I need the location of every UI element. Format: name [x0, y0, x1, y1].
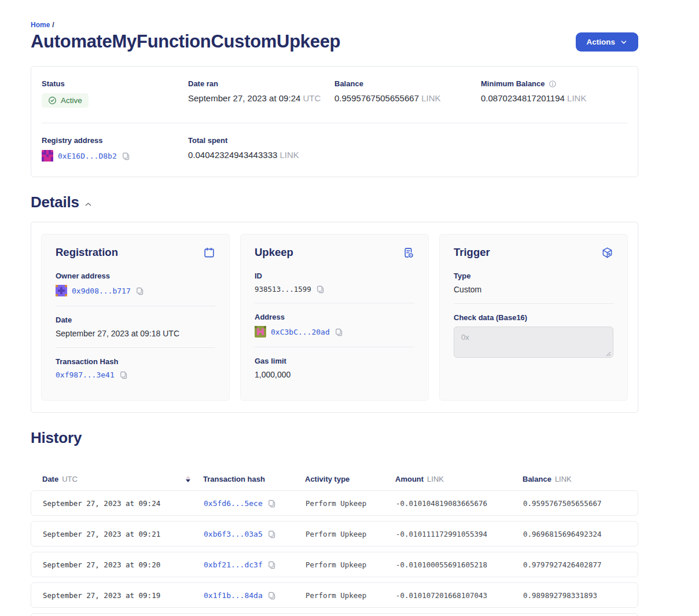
status-field: Status Active — [42, 79, 188, 108]
gas-limit-label: Gas limit — [255, 357, 414, 365]
details-heading-text: Details — [31, 193, 79, 211]
registration-tx-label: Transaction Hash — [56, 357, 215, 366]
upkeep-detail-page: Home/ AutomateMyFunctionCustomUpkeep Act… — [0, 0, 699, 616]
upkeep-address-link[interactable]: 0xC3bC...20ad — [271, 328, 330, 336]
upkeep-title: Upkeep — [255, 246, 293, 259]
date-ran-value: September 27, 2023 at 09:24 — [188, 93, 300, 103]
copy-icon[interactable] — [316, 285, 325, 294]
total-spent-label: Total spent — [188, 136, 334, 145]
check-data-field: Check data (Base16) — [454, 310, 613, 368]
upkeep-address-field: Address 0xC3bC...20ad — [255, 309, 414, 346]
registration-tx-field: Transaction Hash 0xf987...3e41 — [56, 354, 215, 387]
row-activity: Perform Upkeep — [306, 499, 396, 508]
upkeep-id-label: ID — [255, 272, 414, 280]
row-date: September 27, 2023 at 09:20 — [43, 560, 204, 569]
page-header: AutomateMyFunctionCustomUpkeep Actions — [31, 31, 638, 52]
trigger-type-label: Type — [454, 272, 613, 280]
registration-date-value: September 27, 2023 at 09:18 UTC — [56, 329, 215, 338]
chevron-up-icon[interactable] — [85, 202, 91, 207]
registry-identicon — [42, 150, 53, 162]
table-row: September 27, 2023 at 09:19 0x1f1b...84d… — [31, 582, 638, 608]
table-row: September 27, 2023 at 09:21 0xb6f3...03a… — [31, 521, 638, 547]
balance-unit: LINK — [421, 93, 440, 103]
card-divider — [454, 303, 613, 304]
row-balance: 0.9797927426402877 — [523, 560, 626, 569]
copy-icon[interactable] — [267, 560, 276, 569]
status-value: Active — [61, 96, 82, 105]
registration-date-field: Date September 27, 2023 at 09:18 UTC — [56, 312, 215, 346]
copy-icon[interactable] — [334, 328, 343, 336]
owner-address-field: Owner address 0x9d08...b717 — [56, 268, 215, 305]
gas-limit-value: 1,000,000 — [255, 370, 414, 379]
row-date: September 27, 2023 at 09:21 — [43, 530, 204, 538]
row-tx-link[interactable]: 0x1f1b...84da — [204, 591, 263, 600]
status-badge: Active — [42, 93, 89, 108]
card-divider — [56, 306, 215, 306]
status-label: Status — [42, 79, 188, 88]
row-amount: -0.010111172991055394 — [396, 530, 523, 538]
breadcrumb-home-link[interactable]: Home — [31, 21, 50, 29]
page-title: AutomateMyFunctionCustomUpkeep — [31, 31, 340, 52]
breadcrumb: Home/ — [31, 21, 638, 29]
row-activity: Perform Upkeep — [306, 560, 396, 569]
copy-icon[interactable] — [122, 152, 130, 160]
copy-icon[interactable] — [267, 499, 276, 508]
actions-button-label: Actions — [586, 38, 615, 46]
row-amount: -0.010104819083665676 — [396, 499, 523, 508]
upkeep-id-field: ID 938513...1599 — [255, 268, 414, 302]
column-header-amount: Amount LINK — [395, 475, 523, 483]
min-balance-value: 0.0870234817201194 — [481, 93, 565, 103]
total-spent-value: 0.04042324943443333 — [188, 150, 277, 160]
min-balance-unit: LINK — [567, 93, 586, 103]
row-date: September 27, 2023 at 09:19 — [43, 591, 204, 600]
actions-button[interactable]: Actions — [576, 32, 638, 52]
copy-icon[interactable] — [119, 371, 128, 379]
details-panel: Registration Owner address 0x9d08...b717 — [31, 222, 638, 413]
column-header-balance: Balance LINK — [523, 475, 627, 483]
breadcrumb-separator: / — [52, 21, 54, 29]
total-spent-field: Total spent 0.04042324943443333 LINK — [188, 136, 334, 162]
owner-identicon — [56, 285, 67, 296]
copy-icon[interactable] — [135, 287, 144, 295]
total-spent-unit: LINK — [280, 150, 299, 160]
row-date: September 27, 2023 at 09:24 — [43, 499, 204, 508]
summary-card: Status Active Date ran September 27, 202… — [31, 66, 638, 177]
registration-card: Registration Owner address 0x9d08...b717 — [41, 234, 230, 401]
trigger-card: Trigger Type Custom Check data (Base16) — [439, 234, 628, 401]
date-ran-unit: UTC — [303, 93, 321, 103]
check-data-input[interactable] — [454, 327, 613, 358]
history-table: Date UTC Transaction hash Activity type … — [31, 467, 638, 616]
min-balance-label: Minimum Balance — [481, 79, 545, 88]
column-header-date[interactable]: Date UTC — [42, 475, 203, 483]
trigger-type-value: Custom — [454, 285, 613, 294]
date-ran-field: Date ran September 27, 2023 at 09:24 UTC — [188, 79, 334, 108]
balance-value: 0.9595767505655667 — [334, 93, 419, 103]
table-row: September 27, 2023 at 09:24 0x5fd6...5ec… — [31, 490, 638, 516]
sort-arrows-icon[interactable] — [186, 476, 190, 482]
history-heading: History — [31, 429, 638, 447]
copy-icon[interactable] — [267, 591, 276, 600]
card-divider — [255, 347, 414, 347]
chevron-down-icon — [620, 38, 628, 46]
registry-address-link[interactable]: 0xE16D...D8b2 — [58, 152, 117, 160]
trigger-title: Trigger — [454, 246, 490, 259]
row-tx-link[interactable]: 0xb6f3...03a5 — [204, 530, 263, 538]
row-activity: Perform Upkeep — [306, 530, 396, 538]
date-header-unit: UTC — [62, 475, 78, 483]
info-icon[interactable] — [549, 80, 557, 88]
owner-address-link[interactable]: 0x9d08...b717 — [72, 287, 131, 295]
card-divider — [56, 347, 215, 348]
table-row: September 27, 2023 at 09:18 0xf987...3e4… — [31, 613, 638, 616]
registration-tx-link[interactable]: 0xf987...3e41 — [56, 371, 115, 379]
date-ran-label: Date ran — [188, 79, 334, 88]
row-balance: 0.989892798331893 — [523, 591, 626, 600]
copy-icon[interactable] — [267, 530, 276, 538]
row-tx-link[interactable]: 0x5fd6...5ece — [204, 499, 263, 508]
registry-address-field: Registry address 0xE16D...D8b2 — [42, 136, 188, 162]
row-tx-link[interactable]: 0xbf21...dc3f — [204, 560, 263, 569]
min-balance-field: Minimum Balance 0.0870234817201194 LINK — [481, 79, 627, 108]
row-balance: 0.9595767505655667 — [523, 499, 626, 508]
check-data-label: Check data (Base16) — [454, 313, 613, 322]
calendar-icon — [203, 247, 215, 259]
upkeep-card: Upkeep ID 938513...1599 A — [240, 234, 429, 401]
